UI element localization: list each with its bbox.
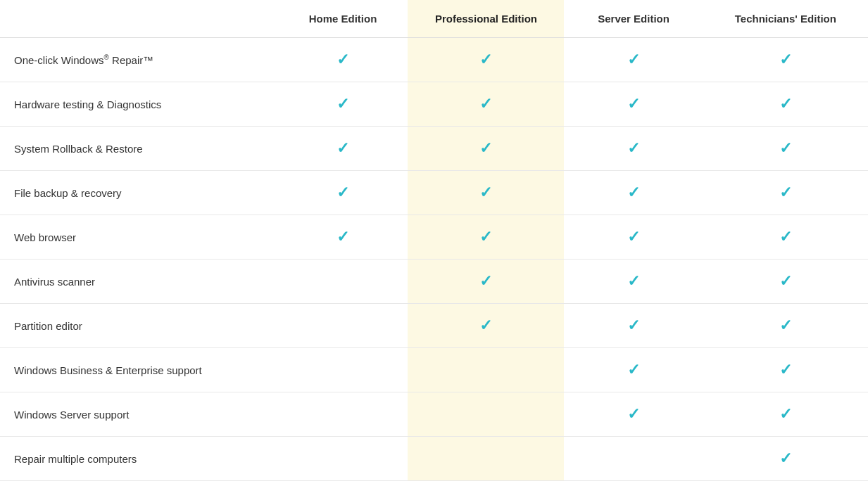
cell-pro-row8: [408, 392, 564, 437]
cell-server-row6: ✓: [564, 304, 703, 348]
table-row: Hardware testing & Diagnostics✓✓✓✓: [0, 82, 868, 127]
table-row: System Rollback & Restore✓✓✓✓: [0, 127, 868, 171]
cell-pro-row5: ✓: [408, 260, 564, 304]
cell-tech-row9: ✓: [703, 437, 868, 481]
cell-server-row7: ✓: [564, 348, 703, 392]
cell-pro-row2: ✓: [408, 127, 564, 171]
check-icon: ✓: [336, 95, 349, 113]
check-icon: ✓: [627, 228, 640, 246]
cell-pro-row9: [408, 437, 564, 481]
cell-tech-row1: ✓: [703, 82, 868, 127]
check-icon: ✓: [336, 184, 349, 202]
comparison-table: Home Edition Professional Edition Server…: [0, 0, 868, 486]
check-icon: ✓: [336, 139, 349, 158]
feature-label: Repair multiple computers: [0, 437, 278, 481]
feature-label: System Rollback & Restore: [0, 127, 278, 171]
cell-tech-row4: ✓: [703, 215, 868, 260]
check-icon: ✓: [779, 228, 792, 246]
check-icon: ✓: [627, 316, 640, 335]
check-icon: ✓: [779, 139, 792, 158]
check-icon: ✓: [779, 361, 792, 379]
feature-label: Partition editor: [0, 304, 278, 348]
cell-server-row3: ✓: [564, 171, 703, 215]
cell-home-row1: ✓: [278, 82, 408, 127]
cell-pro-row4: ✓: [408, 215, 564, 260]
cell-tech-row3: ✓: [703, 171, 868, 215]
check-icon: ✓: [479, 272, 492, 290]
check-icon: ✓: [627, 405, 640, 423]
table-row: File backup & recovery✓✓✓✓: [0, 171, 868, 215]
check-icon: ✓: [627, 272, 640, 290]
cell-home-row6: [278, 304, 408, 348]
cell-tech-row8: ✓: [703, 392, 868, 437]
table-row: Partition editor✓✓✓: [0, 304, 868, 348]
check-icon: ✓: [779, 51, 792, 69]
cell-home-row7: [278, 348, 408, 392]
feature-label: Antivirus scanner: [0, 260, 278, 304]
check-icon: ✓: [479, 51, 492, 69]
cell-server-row2: ✓: [564, 127, 703, 171]
table-row: Antivirus scanner✓✓✓: [0, 260, 868, 304]
column-header-server: Server Edition: [564, 0, 703, 38]
column-header-tech: Technicians' Edition: [703, 0, 868, 38]
check-icon: ✓: [779, 184, 792, 202]
cell-tech-row7: ✓: [703, 348, 868, 392]
cell-pro-row7: [408, 348, 564, 392]
cell-home-row9: [278, 437, 408, 481]
check-icon: ✓: [627, 184, 640, 202]
cell-pro-row0: ✓: [408, 38, 564, 82]
check-icon: ✓: [627, 95, 640, 113]
cell-server-row0: ✓: [564, 38, 703, 82]
cell-home-row8: [278, 392, 408, 437]
table-row: Windows Server support✓✓: [0, 392, 868, 437]
table-row: Windows Business & Enterprise support✓✓: [0, 348, 868, 392]
cell-home-row3: ✓: [278, 171, 408, 215]
check-icon: ✓: [779, 405, 792, 423]
check-icon: ✓: [779, 316, 792, 335]
cell-tech-row5: ✓: [703, 260, 868, 304]
check-icon: ✓: [479, 316, 492, 335]
cell-server-row8: ✓: [564, 392, 703, 437]
feature-label: One-click Windows® Repair™: [0, 38, 278, 82]
cell-server-row4: ✓: [564, 215, 703, 260]
check-icon: ✓: [479, 139, 492, 158]
cell-server-row1: ✓: [564, 82, 703, 127]
cell-pro-row3: ✓: [408, 171, 564, 215]
column-header-pro: Professional Edition: [408, 0, 564, 38]
table-row: Repair multiple computers✓: [0, 437, 868, 481]
cell-home-row2: ✓: [278, 127, 408, 171]
cell-tech-row6: ✓: [703, 304, 868, 348]
feature-label: Hardware testing & Diagnostics: [0, 82, 278, 127]
feature-label: Windows Server support: [0, 392, 278, 437]
cell-pro-row6: ✓: [408, 304, 564, 348]
check-icon: ✓: [627, 51, 640, 69]
cell-pro-row1: ✓: [408, 82, 564, 127]
cell-server-row5: ✓: [564, 260, 703, 304]
check-icon: ✓: [627, 361, 640, 379]
cell-tech-row2: ✓: [703, 127, 868, 171]
table-row: Web browser✓✓✓✓: [0, 215, 868, 260]
column-header-feature: [0, 0, 278, 38]
check-icon: ✓: [779, 449, 792, 468]
cell-tech-row0: ✓: [703, 38, 868, 82]
check-icon: ✓: [779, 272, 792, 290]
cell-server-row9: [564, 437, 703, 481]
feature-label: Web browser: [0, 215, 278, 260]
cell-home-row0: ✓: [278, 38, 408, 82]
check-icon: ✓: [479, 95, 492, 113]
feature-label: Windows Business & Enterprise support: [0, 348, 278, 392]
check-icon: ✓: [479, 184, 492, 202]
table-row: One-click Windows® Repair™✓✓✓✓: [0, 38, 868, 82]
feature-label: File backup & recovery: [0, 171, 278, 215]
check-icon: ✓: [779, 95, 792, 113]
cell-home-row5: [278, 260, 408, 304]
check-icon: ✓: [336, 51, 349, 69]
column-header-home: Home Edition: [278, 0, 408, 38]
check-icon: ✓: [336, 228, 349, 246]
check-icon: ✓: [479, 228, 492, 246]
cell-home-row4: ✓: [278, 215, 408, 260]
check-icon: ✓: [627, 139, 640, 158]
